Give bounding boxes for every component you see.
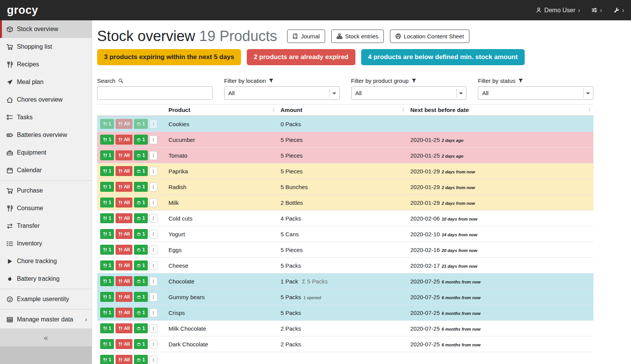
sidebar-collapse-button[interactable]: « <box>0 328 92 346</box>
consume-all-button[interactable]: All <box>116 213 132 223</box>
row-menu-button[interactable] <box>149 340 157 349</box>
search-input[interactable] <box>97 86 213 100</box>
consume-all-button[interactable]: All <box>116 182 132 192</box>
sidebar-item-equipment[interactable]: Equipment <box>0 144 92 161</box>
open-one-button[interactable]: 1 <box>134 292 148 302</box>
consume-one-button[interactable]: 1 <box>100 166 114 176</box>
open-one-button[interactable]: 1 <box>134 182 148 192</box>
filter-by-product-group-select[interactable]: All <box>351 86 467 100</box>
row-menu-button[interactable] <box>149 167 157 176</box>
open-one-button[interactable]: 1 <box>134 355 148 364</box>
sidebar-item-transfer[interactable]: Transfer <box>0 217 92 235</box>
row-menu-button[interactable] <box>149 183 157 191</box>
row-menu-button[interactable] <box>149 293 157 301</box>
consume-one-button[interactable]: 1 <box>100 245 114 255</box>
open-one-button[interactable]: 1 <box>134 150 148 160</box>
sort-icon[interactable] <box>587 107 592 112</box>
open-one-button[interactable]: 1 <box>134 339 148 349</box>
banner-expired[interactable]: 2 products are already expired <box>247 49 355 65</box>
sidebar-item-calendar[interactable]: Calendar <box>0 161 92 179</box>
open-one-button[interactable]: 1 <box>134 323 148 333</box>
row-menu-button[interactable] <box>149 135 157 144</box>
admin-menu[interactable]: › <box>614 7 624 14</box>
consume-one-button[interactable]: 1 <box>100 150 114 160</box>
consume-one-button[interactable]: 1 <box>100 292 114 302</box>
user-menu[interactable]: Demo User › <box>536 7 580 14</box>
column-next-best-before-date[interactable]: Next best before date <box>407 105 593 116</box>
consume-one-button[interactable]: 1 <box>100 182 114 192</box>
sidebar-item-batteries-overview[interactable]: Batteries overview <box>0 126 92 144</box>
consume-all-button[interactable]: All <box>116 119 132 129</box>
consume-all-button[interactable]: All <box>116 308 132 318</box>
consume-one-button[interactable]: 1 <box>100 355 114 364</box>
sidebar-item-shopping-list[interactable]: Shopping list <box>0 38 92 56</box>
consume-one-button[interactable]: 1 <box>100 229 114 239</box>
open-one-button[interactable]: 1 <box>134 308 148 318</box>
sidebar-item-chores-overview[interactable]: Chores overview <box>0 91 92 109</box>
open-one-button[interactable]: 1 <box>134 135 148 145</box>
row-menu-button[interactable] <box>149 214 157 223</box>
open-one-button[interactable]: 1 <box>134 198 148 208</box>
row-menu-button[interactable] <box>149 324 157 333</box>
filter-by-location-select[interactable]: All <box>224 86 340 100</box>
consume-all-button[interactable]: All <box>116 323 132 333</box>
column-product[interactable]: Product <box>165 105 278 116</box>
consume-one-button[interactable]: 1 <box>100 276 114 286</box>
consume-one-button[interactable]: 1 <box>100 260 114 270</box>
row-menu-button[interactable] <box>149 356 157 364</box>
settings-menu[interactable]: › <box>591 7 602 14</box>
open-one-button[interactable]: 1 <box>134 245 148 255</box>
row-menu-button[interactable] <box>149 261 157 270</box>
row-menu-button[interactable] <box>149 151 157 160</box>
open-one-button[interactable]: 1 <box>134 166 148 176</box>
app-logo[interactable]: grocy <box>7 4 38 16</box>
consume-all-button[interactable]: All <box>116 198 132 208</box>
banner-expiring[interactable]: 3 products expiring within the next 5 da… <box>97 49 241 65</box>
open-one-button[interactable]: 1 <box>134 276 148 286</box>
consume-all-button[interactable]: All <box>116 135 132 145</box>
sidebar-item-chore-tracking[interactable]: Chore tracking <box>0 252 92 270</box>
sidebar-item-manage-master-data[interactable]: Manage master data› <box>0 311 92 328</box>
sidebar-item-example-userentity[interactable]: Example userentity <box>0 290 92 308</box>
filter-by-status-select[interactable]: All <box>478 86 593 100</box>
consume-one-button[interactable]: 1 <box>100 119 114 129</box>
consume-all-button[interactable]: All <box>116 339 132 349</box>
row-menu-button[interactable] <box>149 230 157 239</box>
consume-one-button[interactable]: 1 <box>100 135 114 145</box>
journal-button[interactable]: Journal <box>287 30 325 43</box>
sidebar-item-recipes[interactable]: Recipes <box>0 56 92 73</box>
banner-below-min-stock[interactable]: 4 products are below defined min. stock … <box>361 49 525 65</box>
sort-icon[interactable] <box>401 107 406 112</box>
consume-all-button[interactable]: All <box>116 245 132 255</box>
open-one-button[interactable]: 1 <box>134 229 148 239</box>
open-one-button[interactable]: 1 <box>134 119 148 129</box>
sidebar-item-battery-tracking[interactable]: Battery tracking <box>0 270 92 288</box>
column-amount[interactable]: Amount <box>278 105 407 116</box>
consume-all-button[interactable]: All <box>116 292 132 302</box>
consume-all-button[interactable]: All <box>116 229 132 239</box>
sidebar-item-meal-plan[interactable]: Meal plan <box>0 73 92 91</box>
row-menu-button[interactable] <box>149 198 157 207</box>
consume-all-button[interactable]: All <box>116 260 132 270</box>
sidebar-item-consume[interactable]: Consume <box>0 199 92 217</box>
consume-one-button[interactable]: 1 <box>100 198 114 208</box>
stock-entries-button[interactable]: Stock entries <box>331 30 384 43</box>
sidebar-item-stock-overview[interactable]: Stock overview <box>0 20 92 38</box>
row-menu-button[interactable] <box>149 308 157 317</box>
location-content-sheet-button[interactable]: Location Content Sheet <box>390 30 469 43</box>
consume-one-button[interactable]: 1 <box>100 213 114 223</box>
consume-all-button[interactable]: All <box>116 355 132 364</box>
row-menu-button[interactable] <box>149 120 157 128</box>
open-one-button[interactable]: 1 <box>134 260 148 270</box>
consume-all-button[interactable]: All <box>116 150 132 160</box>
consume-all-button[interactable]: All <box>116 276 132 286</box>
consume-all-button[interactable]: All <box>116 166 132 176</box>
consume-one-button[interactable]: 1 <box>100 339 114 349</box>
sort-icon[interactable] <box>271 107 276 112</box>
open-one-button[interactable]: 1 <box>134 213 148 223</box>
row-menu-button[interactable] <box>149 245 157 254</box>
sidebar-item-inventory[interactable]: Inventory <box>0 235 92 252</box>
sidebar-item-purchase[interactable]: Purchase <box>0 182 92 199</box>
consume-one-button[interactable]: 1 <box>100 308 114 318</box>
row-menu-button[interactable] <box>149 277 157 286</box>
